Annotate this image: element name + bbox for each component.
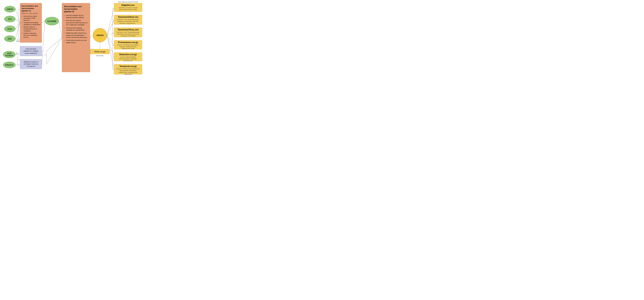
oval-ncbi: NCBI GenBank [3,51,16,58]
provenance-title: Provenance.csv.gz [115,41,141,44]
taxonomy-host-body: HostTaxID, Host, HostNCBIResolved,HostGe… [115,19,141,24]
detection-body: AssocID, DetectionMethod,DetectionOrigin… [115,56,141,62]
virion-label: VIRION [96,34,104,37]
additional-curation-box: Additional curation ofviral higher taxon… [20,59,42,69]
svg-line-36 [46,38,62,64]
oval-eid2: EID2 [4,36,16,42]
taxonomy-host-title: TaxonomyHost.csv [115,16,141,18]
oval-shaw-label: Shaw [8,28,12,30]
svg-line-14 [107,20,114,35]
pipeline1-title: Reconciliation andharmonizationpipeline … [22,5,40,12]
virion-csv-label: Virion.csv.gz [94,51,106,53]
svg-line-1 [16,19,20,23]
virion-csv-box: Virion.csv.gz [90,49,110,54]
pipeline2-box: Reconciliation andharmonizationpipeline … [62,3,90,72]
clover-label: CLOVER [48,20,56,23]
temporal-title: Temporal.csv.gz [115,65,141,68]
edgelist-title: Edgelist.csv [115,4,141,7]
taxonomy-virus-title: TaxonomyVirus.csv [115,29,141,31]
provenance-box: Provenance.csv.gz AssocID, HostOriginal,… [114,40,142,49]
temporal-body: AssocID, PublicationYear, ReleaseYear,Re… [115,68,141,75]
pipeline2-bullets: Dynamic datasets (Δ) are programmaticall… [64,14,88,44]
svg-line-16 [107,35,114,45]
oval-gmpd2: GMPD2 [4,6,16,13]
pipeline1-bullets: Host and virus names reconciled to NCBI … [22,15,40,38]
edgelist-box: Edgelist.csv HostTaxID, VirusTaxID, Asso… [114,3,142,12]
detection-box: Detection.csv.gz AssocID, DetectionMetho… [114,52,142,61]
svg-line-11 [90,35,93,38]
detection-title: Detection.csv.gz [115,53,141,56]
data-download-label: Data downloadpipelines for updatingsourc… [24,48,38,54]
virion-circle: VIRION [93,28,107,42]
oval-ncbi-label: NCBI GenBank [5,52,13,57]
pipeline1-subtitle: (Gibb et al., 2021, biorxiv) [22,13,40,14]
svg-line-15 [107,33,114,35]
provenance-body: AssocID, HostOriginal, VirusOriginal,Dat… [115,44,141,50]
additional-curation-label: Additional curation ofviral higher taxon… [24,61,38,67]
svg-text:Δ: Δ [16,52,17,54]
svg-line-5 [16,53,20,55]
virion-all-records-note: (all records) [90,55,110,57]
taxonomy-virus-body: VirusTaxID, Virus, VirusNCBIResolved,Vir… [115,32,141,37]
oval-predict: PREDICT [3,62,16,68]
taxonomy-host-box: TaxonomyHost.csv HostTaxID, Host, HostNC… [114,15,142,25]
data-download-box: Data downloadpipelines for updatingsourc… [20,46,42,56]
oval-gmpd2-label: GMPD2 [6,8,13,10]
temporal-box: Temporal.csv.gz AssocID, PublicationYear… [114,64,142,74]
svg-line-2 [16,23,20,29]
oval-hp3-label: HP3 [8,18,12,20]
edgelist-body: HostTaxID, VirusTaxID, AssocID(join meta… [115,7,141,11]
svg-line-17 [107,35,114,58]
svg-line-4 [42,21,45,23]
oval-shaw: Shaw [4,26,16,32]
resolved-note: (only captures resolved records) [114,1,142,3]
oval-hp3: HP3 [4,16,16,22]
pipeline2-title: Reconciliation andharmonizationpipeline … [64,5,88,13]
svg-line-9 [42,21,45,64]
clover-oval: CLOVER [45,17,59,25]
svg-line-3 [16,23,20,39]
svg-line-10 [59,21,62,38]
pipeline1-box: Reconciliation andharmonizationpipeline … [20,3,42,43]
oval-predict-label: PREDICT [5,64,13,66]
taxonomy-virus-box: TaxonomyVirus.csv VirusTaxID, Virus, Vir… [114,28,142,37]
svg-line-37 [46,38,62,51]
oval-eid2-label: EID2 [8,38,12,40]
diagram: Δ GMPD2 HP3 Shaw EID2 *2015 static relea… [0,0,161,75]
svg-line-13 [107,8,114,35]
svg-line-0 [16,9,20,23]
